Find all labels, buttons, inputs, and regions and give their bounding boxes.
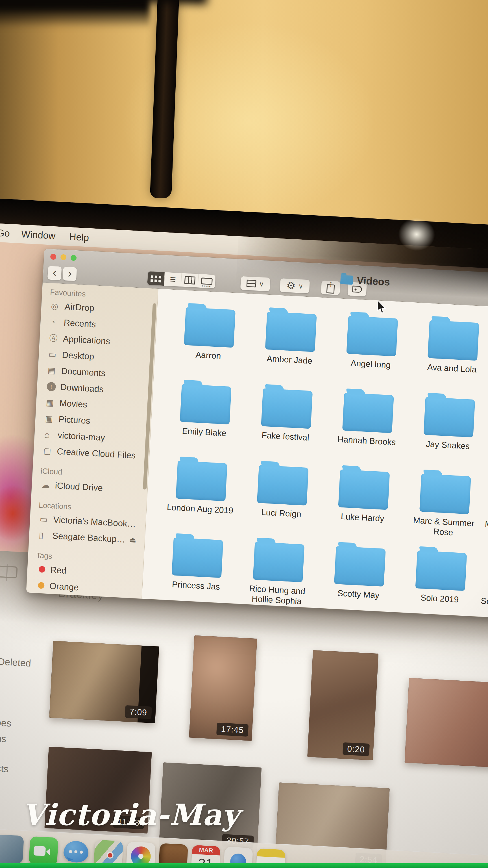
folder-icon — [342, 393, 394, 433]
list-view-icon: ≡ — [170, 274, 176, 284]
applications-icon — [49, 332, 63, 344]
page-nav-fragment[interactable]: pes — [0, 717, 11, 729]
finder-window: ‹ › ≡ ∨ ⚙∨ Videos — [26, 248, 488, 627]
folder-item[interactable]: Angel long — [329, 307, 414, 388]
close-button[interactable] — [50, 254, 57, 260]
folder-label: M — [485, 519, 488, 529]
folder-item[interactable]: Emily Blake — [162, 375, 248, 456]
page-nav-fragment[interactable]: ns — [0, 733, 6, 745]
eject-icon[interactable]: ⏏ — [129, 535, 136, 545]
zoom-button[interactable] — [71, 255, 77, 261]
pictures-icon — [45, 414, 59, 424]
folder-label: London Aug 2019 — [167, 502, 233, 516]
folder-label: Fake festival — [261, 430, 309, 443]
folder-icon — [180, 384, 232, 424]
minimize-button[interactable] — [60, 254, 67, 260]
laptop-icon — [39, 514, 54, 524]
folder-label: Angel long — [351, 358, 391, 370]
folder-grid: Aarron Amber Jade Angel long Ava and Lol… — [142, 289, 488, 627]
share-button[interactable] — [321, 281, 340, 295]
folder-item[interactable]: Princess Jas — [154, 528, 239, 609]
folder-icon — [43, 446, 57, 456]
list-view-button[interactable]: ≡ — [164, 272, 182, 286]
recents-icon — [50, 317, 64, 328]
folder-item[interactable]: Jay Snakes — [406, 388, 488, 469]
dock-icon-finder[interactable] — [0, 834, 24, 864]
folder-item[interactable]: Ava and Lola — [410, 311, 488, 392]
menu-go[interactable]: Go — [0, 227, 10, 239]
folder-label: Luci Reign — [261, 507, 301, 519]
chevron-down-icon: ∨ — [298, 282, 303, 290]
finder-sidebar: Favourites AirDrop Recents Applications … — [26, 283, 158, 598]
movies-icon — [46, 398, 60, 408]
folder-label: Emily Blake — [182, 426, 227, 438]
tag-icon — [352, 286, 362, 293]
folder-icon — [176, 461, 227, 501]
column-view-button[interactable] — [181, 273, 198, 287]
folder-item[interactable]: Amber Jade — [248, 302, 333, 383]
folder-icon — [261, 388, 313, 429]
duration-badge: 17:45 — [216, 722, 249, 737]
folder-label: Luke Hardy — [340, 512, 384, 524]
folder-icon — [415, 550, 467, 591]
external-disk-icon — [39, 530, 53, 540]
folder-label: So — [481, 596, 488, 607]
folder-item[interactable]: London Aug 2019 — [158, 452, 244, 533]
folder-icon — [265, 312, 317, 352]
menu-help[interactable]: Help — [69, 231, 89, 243]
downloads-icon — [46, 382, 56, 391]
folder-item[interactable]: Marc & Summer Rose — [402, 465, 487, 546]
folder-icon — [253, 542, 304, 582]
documents-icon — [47, 365, 62, 376]
folder-item[interactable]: Scotty May — [317, 537, 402, 618]
folder-label: Marc & Summer Rose — [405, 515, 482, 539]
folder-item[interactable]: Solo 2019 — [398, 541, 483, 622]
forward-button[interactable]: › — [63, 267, 77, 281]
page-nav-fragment[interactable]: s — [0, 585, 1, 596]
folder-item[interactable]: Hannah Brooks — [325, 383, 410, 465]
menu-window[interactable]: Window — [21, 228, 56, 241]
page-nav-fragment[interactable]: cts — [0, 763, 9, 774]
column-view-icon — [184, 276, 195, 284]
folder-label: Amber Jade — [266, 353, 312, 366]
back-button[interactable]: ‹ — [47, 266, 62, 280]
folder-icon — [419, 474, 471, 514]
folder-icon — [424, 397, 475, 437]
dock-icon-facetime[interactable] — [29, 836, 59, 866]
gallery-view-icon — [201, 277, 213, 285]
folder-label: Hannah Brooks — [337, 434, 396, 447]
finder-content-area: Aarron Amber Jade Angel long Ava and Lol… — [142, 289, 488, 627]
video-progress-bar[interactable] — [0, 863, 488, 868]
video-thumbnail[interactable]: 17:45 — [189, 636, 257, 741]
video-thumbnail[interactable]: 0:20 — [307, 650, 379, 761]
thumbnail-placeholder — [405, 678, 488, 767]
folder-label: Ava and Lola — [427, 362, 477, 375]
watermark-text: Victoria-May — [22, 797, 240, 832]
orange-tag-dot — [38, 582, 44, 589]
video-thumbnail[interactable]: 7:09 — [49, 641, 159, 723]
icon-view-button[interactable] — [147, 271, 165, 286]
folder-item[interactable]: Luke Hardy — [321, 460, 406, 541]
chevron-down-icon: ∨ — [259, 280, 264, 288]
macbook-screen: Go Window Help Brackley sDeletedpesnscts… — [0, 197, 488, 868]
airdrop-icon — [51, 301, 65, 311]
folder-item[interactable]: Aarron — [167, 298, 252, 379]
folder-icon — [428, 320, 479, 361]
page-nav-fragment[interactable]: Deleted — [0, 656, 31, 669]
folder-item[interactable]: Luci Reign — [239, 456, 325, 537]
video-thumbnail[interactable] — [405, 678, 488, 767]
folder-item[interactable]: Fake festival — [244, 379, 329, 460]
gallery-view-button[interactable] — [198, 274, 216, 288]
folder-label: Scotty May — [337, 588, 380, 600]
group-icon — [247, 280, 256, 288]
window-title-text: Videos — [356, 274, 390, 288]
folder-label: Aarron — [195, 349, 221, 361]
calendar-month: MAR — [192, 845, 221, 855]
grid-view-icon — [151, 275, 153, 278]
folder-icon — [346, 316, 398, 356]
folder-icon — [184, 307, 235, 347]
page-toolbar-icon[interactable] — [0, 565, 18, 578]
group-by-button[interactable]: ∨ — [240, 276, 270, 291]
actions-button[interactable]: ⚙∨ — [280, 278, 310, 293]
folder-item[interactable]: Rico Hung and Hollie Sophia — [235, 533, 321, 614]
